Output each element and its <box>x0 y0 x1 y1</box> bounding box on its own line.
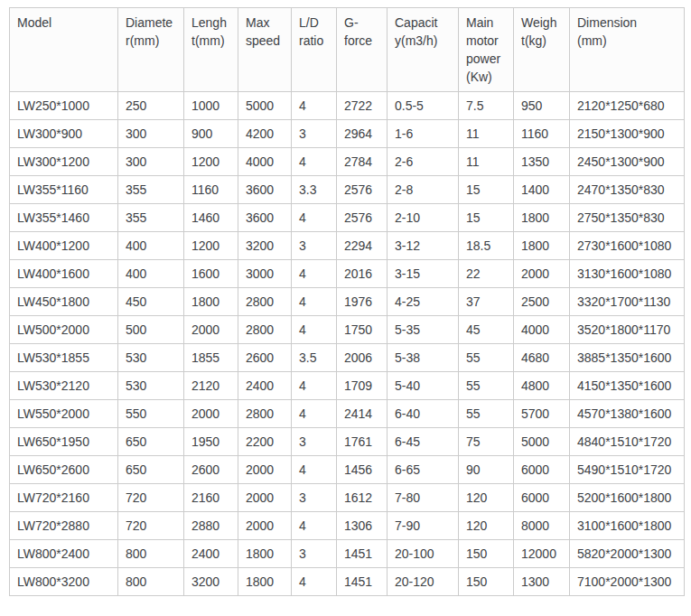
table-cell-power: 22 <box>459 260 514 288</box>
col-header-model: Model <box>10 8 118 92</box>
table-cell-capacity: 0.5-5 <box>388 92 459 120</box>
table-row: LW720*288072028802000413067-901208000310… <box>10 512 685 540</box>
col-header-diameter: Diamete r(mm) <box>118 8 184 92</box>
table-cell-weight: 4680 <box>514 344 570 372</box>
table-cell-ld_ratio: 4 <box>292 568 337 596</box>
table-cell-dimension: 2750*1350*830 <box>570 204 685 232</box>
table-cell-dimension: 2150*1300*900 <box>570 120 685 148</box>
table-cell-gforce: 2964 <box>337 120 388 148</box>
table-cell-capacity: 7-80 <box>388 484 459 512</box>
table-row: LW800*2400800240018003145120-10015012000… <box>10 540 685 568</box>
table-cell-length: 2600 <box>184 456 238 484</box>
table-cell-capacity: 3-15 <box>388 260 459 288</box>
table-cell-capacity: 5-40 <box>388 372 459 400</box>
table-cell-ld_ratio: 4 <box>292 204 337 232</box>
table-cell-dimension: 7100*2000*1300 <box>570 568 685 596</box>
table-cell-capacity: 2-8 <box>388 176 459 204</box>
table-cell-gforce: 2006 <box>337 344 388 372</box>
table-cell-gforce: 1612 <box>337 484 388 512</box>
table-cell-length: 2400 <box>184 540 238 568</box>
table-cell-model: LW720*2880 <box>10 512 118 540</box>
table-row: LW300*9003009004200329641-61111602150*13… <box>10 120 685 148</box>
table-cell-diameter: 300 <box>118 148 184 176</box>
table-row: LW400*160040016003000420163-152220003130… <box>10 260 685 288</box>
table-cell-dimension: 4570*1380*1600 <box>570 400 685 428</box>
table-row: LW720*216072021602000316127-801206000520… <box>10 484 685 512</box>
table-cell-model: LW400*1600 <box>10 260 118 288</box>
table-row: LW530*212053021202400417095-405548004150… <box>10 372 685 400</box>
table-cell-weight: 12000 <box>514 540 570 568</box>
table-cell-weight: 1350 <box>514 148 570 176</box>
table-cell-weight: 1300 <box>514 568 570 596</box>
table-row: LW355*146035514603600425762-101518002750… <box>10 204 685 232</box>
page: Model Diamete r(mm) Lengh t(mm) Max spee… <box>0 0 691 616</box>
table-cell-dimension: 5490*1510*1720 <box>570 456 685 484</box>
col-header-capacity: Capacit y(m3/h) <box>388 8 459 92</box>
table-cell-model: LW530*2120 <box>10 372 118 400</box>
table-cell-model: LW550*2000 <box>10 400 118 428</box>
table-cell-ld_ratio: 4 <box>292 372 337 400</box>
table-cell-dimension: 2120*1250*680 <box>570 92 685 120</box>
table-cell-power: 150 <box>459 540 514 568</box>
table-cell-maxspeed: 4000 <box>238 148 292 176</box>
table-cell-length: 1000 <box>184 92 238 120</box>
col-header-weight: Weigh t(kg) <box>514 8 570 92</box>
table-cell-maxspeed: 2600 <box>238 344 292 372</box>
table-cell-dimension: 5820*2000*1300 <box>570 540 685 568</box>
table-cell-gforce: 1750 <box>337 316 388 344</box>
table-cell-diameter: 800 <box>118 568 184 596</box>
table-cell-dimension: 3520*1800*1170 <box>570 316 685 344</box>
table-cell-capacity: 5-38 <box>388 344 459 372</box>
table-cell-power: 37 <box>459 288 514 316</box>
table-cell-model: LW720*2160 <box>10 484 118 512</box>
table-cell-weight: 4000 <box>514 316 570 344</box>
table-cell-diameter: 650 <box>118 428 184 456</box>
table-cell-gforce: 2016 <box>337 260 388 288</box>
table-cell-power: 15 <box>459 176 514 204</box>
table-cell-model: LW400*1200 <box>10 232 118 260</box>
table-row: LW550*200055020002800424146-405557004570… <box>10 400 685 428</box>
table-cell-maxspeed: 4200 <box>238 120 292 148</box>
table-cell-maxspeed: 2000 <box>238 456 292 484</box>
table-cell-maxspeed: 2400 <box>238 372 292 400</box>
table-cell-weight: 950 <box>514 92 570 120</box>
table-cell-ld_ratio: 4 <box>292 400 337 428</box>
table-cell-diameter: 530 <box>118 344 184 372</box>
table-cell-gforce: 1709 <box>337 372 388 400</box>
table-cell-gforce: 2576 <box>337 176 388 204</box>
table-cell-ld_ratio: 3 <box>292 120 337 148</box>
table-cell-dimension: 2470*1350*830 <box>570 176 685 204</box>
table-cell-length: 2000 <box>184 316 238 344</box>
table-cell-diameter: 355 <box>118 204 184 232</box>
table-cell-gforce: 2414 <box>337 400 388 428</box>
table-cell-power: 150 <box>459 568 514 596</box>
table-cell-capacity: 4-25 <box>388 288 459 316</box>
table-cell-gforce: 1451 <box>337 568 388 596</box>
table-cell-ld_ratio: 3 <box>292 428 337 456</box>
table-cell-weight: 1160 <box>514 120 570 148</box>
table-cell-length: 1855 <box>184 344 238 372</box>
table-cell-maxspeed: 1800 <box>238 568 292 596</box>
table-cell-power: 15 <box>459 204 514 232</box>
table-cell-model: LW800*3200 <box>10 568 118 596</box>
table-cell-gforce: 2576 <box>337 204 388 232</box>
table-cell-maxspeed: 2800 <box>238 316 292 344</box>
table-cell-dimension: 3100*1600*1800 <box>570 512 685 540</box>
table-cell-ld_ratio: 4 <box>292 316 337 344</box>
table-cell-model: LW530*1855 <box>10 344 118 372</box>
table-cell-power: 55 <box>459 372 514 400</box>
table-cell-gforce: 1456 <box>337 456 388 484</box>
table-cell-weight: 8000 <box>514 512 570 540</box>
table-cell-model: LW450*1800 <box>10 288 118 316</box>
table-cell-diameter: 650 <box>118 456 184 484</box>
table-cell-maxspeed: 3600 <box>238 204 292 232</box>
table-cell-dimension: 2450*1300*900 <box>570 148 685 176</box>
table-cell-length: 2880 <box>184 512 238 540</box>
table-cell-power: 18.5 <box>459 232 514 260</box>
table-cell-maxspeed: 2800 <box>238 288 292 316</box>
table-cell-ld_ratio: 4 <box>292 92 337 120</box>
table-cell-weight: 1800 <box>514 232 570 260</box>
table-cell-diameter: 550 <box>118 400 184 428</box>
table-cell-gforce: 2784 <box>337 148 388 176</box>
table-cell-diameter: 800 <box>118 540 184 568</box>
